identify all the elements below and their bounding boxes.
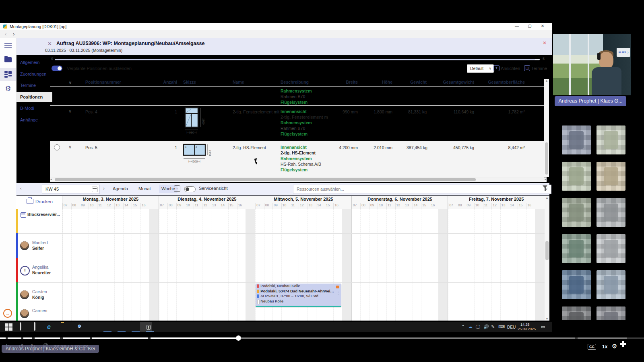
scroll-up-icon[interactable]: ▲ [545, 196, 549, 199]
resource-row[interactable]: Blockreservier...∨ [16, 209, 62, 234]
hour-cell[interactable] [132, 209, 141, 321]
export-day-icon[interactable]: → [174, 185, 180, 192]
scroll-left-icon[interactable]: ◂ [50, 178, 52, 181]
hour-cell[interactable] [421, 209, 430, 321]
hour-cell[interactable] [194, 209, 203, 321]
hour-cell[interactable] [404, 209, 413, 321]
scroll-down-icon[interactable]: ▼ [545, 317, 549, 320]
printer-icon[interactable] [27, 199, 33, 204]
scroll-up-icon[interactable]: ▲ [544, 79, 549, 82]
week-prev-icon[interactable]: ‹ [20, 186, 22, 191]
termine-button[interactable]: Termine [531, 66, 547, 71]
minimize-button[interactable]: — [514, 24, 520, 28]
ansichten-button[interactable]: Ansichten [501, 66, 520, 71]
klaes-app-1-icon[interactable] [118, 323, 126, 331]
chevron-down-icon[interactable]: ∨ [68, 80, 72, 85]
week-next-icon[interactable]: › [103, 186, 105, 191]
display-icon[interactable]: 🖵 [476, 324, 480, 329]
hour-cell[interactable] [167, 209, 177, 321]
hour-cell[interactable] [220, 209, 229, 321]
hour-cell[interactable] [483, 209, 492, 321]
hour-cell[interactable] [211, 209, 220, 321]
settings-gear-icon[interactable]: ⚙ [612, 343, 617, 350]
order-close-icon[interactable]: ✕ [543, 40, 547, 46]
forward-icon[interactable]: › [13, 31, 14, 37]
hour-cell[interactable] [237, 209, 246, 321]
day-column[interactable] [448, 209, 545, 321]
view-dropdown[interactable]: Default∨ [467, 64, 494, 73]
positions-vertical-scrollbar[interactable]: ▲ [544, 79, 549, 177]
hide-planned-toggle[interactable] [52, 66, 62, 71]
hour-cell[interactable] [369, 209, 378, 321]
klaes-app-3-icon[interactable]: ⬆ [146, 323, 154, 331]
resources-select[interactable]: Ressourcen auswählen... ∨ [293, 185, 551, 194]
tray-time[interactable]: 14:25 [520, 323, 530, 327]
folder-icon[interactable] [0, 53, 16, 66]
hour-cell[interactable] [430, 209, 439, 321]
day-column[interactable] [62, 209, 159, 321]
sidebar-item-anhänge[interactable]: Anhänge [16, 115, 52, 125]
resource-row[interactable]: CarstenKönig [16, 282, 62, 307]
tray-date[interactable]: 25.09.2025 [518, 327, 536, 331]
col-skizze[interactable]: Skizze [183, 80, 196, 84]
task-view-icon[interactable] [33, 323, 41, 331]
calendar-icon[interactable] [92, 187, 97, 192]
hour-cell[interactable] [89, 209, 98, 321]
hour-cell[interactable] [352, 209, 361, 321]
menu-icon[interactable] [4, 42, 12, 48]
termine-icon[interactable]: ◫ [524, 65, 530, 71]
hour-cell[interactable] [448, 209, 457, 321]
gear-icon[interactable]: ⚙ [0, 82, 16, 95]
col-gewicht[interactable]: Gewicht [407, 80, 427, 84]
sidebar-item-positionen[interactable]: Positionen [16, 92, 52, 102]
close-button[interactable]: ✕ [539, 24, 546, 28]
hour-cell[interactable] [140, 209, 150, 321]
hour-cell[interactable] [176, 209, 186, 321]
document-icon[interactable] [89, 323, 97, 331]
hour-cell[interactable] [80, 209, 89, 321]
explorer-icon[interactable] [61, 323, 69, 331]
col-positionsnummer[interactable]: Positionsnummer [85, 80, 121, 84]
scheduler-vertical-scrollbar[interactable]: ▲ ▼ [545, 196, 549, 321]
klaes-gem-icon[interactable] [103, 323, 111, 331]
col-hoehe[interactable]: Höhe [372, 80, 392, 84]
hour-cell[interactable] [185, 209, 194, 321]
tab-agenda[interactable]: Agenda [110, 185, 130, 193]
col-gesamtgewicht[interactable]: Gesamtgewicht [438, 80, 474, 84]
sidebar-item-termine[interactable]: Termine [16, 80, 52, 90]
hour-cell[interactable] [466, 209, 475, 321]
col-gesamtoberflaeche[interactable]: Gesamtoberfläche [481, 80, 525, 84]
tray-chevron-up-icon[interactable]: ⌃ [461, 324, 465, 329]
col-breite[interactable]: Breite [338, 80, 358, 84]
scheduler-grid[interactable]: Blockreservier...∨ManfredSeifer!Angelika… [16, 209, 545, 321]
hour-cell[interactable] [457, 209, 466, 321]
hour-cell[interactable] [202, 209, 211, 321]
edge-icon[interactable]: e [47, 323, 55, 331]
chevron-down-icon[interactable]: ∨ [53, 212, 56, 216]
hour-cell[interactable] [413, 209, 422, 321]
start-icon[interactable] [5, 323, 13, 331]
tab-monat[interactable]: Monat [136, 185, 153, 193]
ansichten-icon[interactable]: + [493, 65, 500, 71]
sidebar-item-b-modi[interactable]: B-Modi [16, 103, 52, 113]
back-icon[interactable]: ‹ [5, 31, 6, 37]
progress-scrubber[interactable] [236, 335, 241, 341]
onedrive-icon[interactable]: ☁ [468, 324, 473, 329]
planning-grid-icon[interactable] [0, 68, 16, 81]
hour-cell[interactable] [395, 209, 405, 321]
chrome-icon[interactable] [75, 323, 83, 331]
print-button[interactable]: Drucken [35, 199, 53, 204]
sidebar-item-allgemein[interactable]: Allgemein [16, 57, 52, 68]
day-column[interactable] [159, 209, 256, 321]
captions-button[interactable]: CC [588, 344, 596, 350]
hour-cell[interactable] [526, 209, 535, 321]
chevron-down-icon[interactable]: ∨ [68, 109, 72, 114]
resource-row[interactable]: ManfredSeifer [16, 233, 62, 258]
hour-cell[interactable] [378, 209, 387, 321]
resource-row[interactable]: !AngelikaNeureiter [16, 258, 62, 283]
filter-icon[interactable] [543, 185, 547, 188]
hour-cell[interactable] [474, 209, 483, 321]
hour-cell[interactable] [106, 209, 115, 321]
maximize-button[interactable]: ▢ [526, 24, 533, 28]
language-indicator[interactable]: DEU [507, 325, 516, 329]
